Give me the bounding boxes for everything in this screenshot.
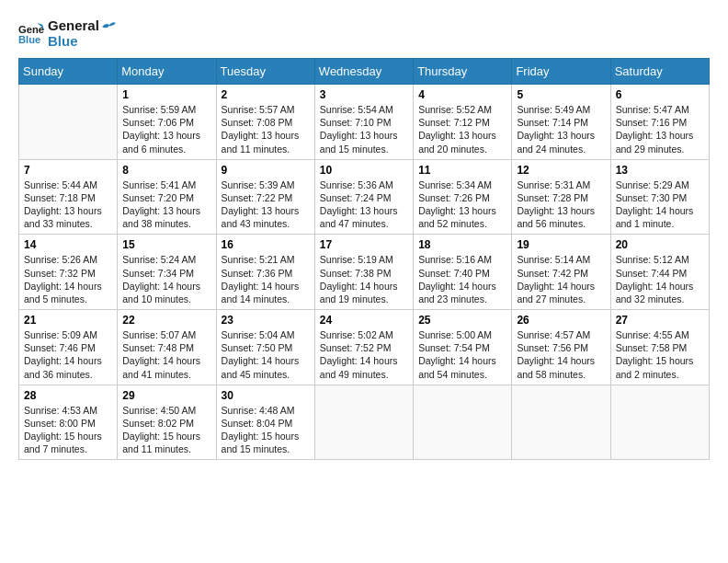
logo-icon: General Blue <box>18 21 44 47</box>
calendar-cell: 15Sunrise: 5:24 AM Sunset: 7:34 PM Dayli… <box>118 235 216 310</box>
day-info: Sunrise: 5:49 AM Sunset: 7:14 PM Dayligh… <box>517 103 605 155</box>
calendar-cell: 7Sunrise: 5:44 AM Sunset: 7:18 PM Daylig… <box>19 159 118 235</box>
day-info: Sunrise: 5:19 AM Sunset: 7:38 PM Dayligh… <box>320 253 408 305</box>
weekday-header-wednesday: Wednesday <box>314 59 413 85</box>
day-number: 25 <box>418 314 506 327</box>
calendar-cell: 9Sunrise: 5:39 AM Sunset: 7:22 PM Daylig… <box>216 159 314 235</box>
calendar-cell: 8Sunrise: 5:41 AM Sunset: 7:20 PM Daylig… <box>118 159 216 235</box>
calendar-cell <box>19 85 118 160</box>
day-number: 28 <box>24 389 112 402</box>
day-info: Sunrise: 4:48 AM Sunset: 8:04 PM Dayligh… <box>222 404 310 456</box>
day-info: Sunrise: 5:44 AM Sunset: 7:18 PM Dayligh… <box>24 178 112 231</box>
day-info: Sunrise: 5:31 AM Sunset: 7:28 PM Dayligh… <box>517 178 605 231</box>
day-number: 23 <box>222 314 310 327</box>
weekday-header-friday: Friday <box>512 59 610 85</box>
calendar-cell: 14Sunrise: 5:26 AM Sunset: 7:32 PM Dayli… <box>19 235 118 310</box>
page-header: General Blue General Blue <box>18 18 710 49</box>
day-number: 13 <box>616 164 704 177</box>
calendar-cell: 30Sunrise: 4:48 AM Sunset: 8:04 PM Dayli… <box>216 385 314 460</box>
day-number: 5 <box>517 88 605 101</box>
weekday-header-thursday: Thursday <box>414 59 512 85</box>
day-number: 21 <box>24 314 112 327</box>
weekday-header-sunday: Sunday <box>19 59 118 85</box>
calendar-cell: 25Sunrise: 5:00 AM Sunset: 7:54 PM Dayli… <box>414 310 512 385</box>
calendar-cell: 17Sunrise: 5:19 AM Sunset: 7:38 PM Dayli… <box>314 235 413 310</box>
calendar-cell: 12Sunrise: 5:31 AM Sunset: 7:28 PM Dayli… <box>512 159 610 235</box>
calendar-cell: 22Sunrise: 5:07 AM Sunset: 7:48 PM Dayli… <box>118 310 216 385</box>
day-number: 26 <box>517 314 605 327</box>
day-number: 10 <box>320 164 408 177</box>
calendar-cell: 2Sunrise: 5:57 AM Sunset: 7:08 PM Daylig… <box>216 85 314 160</box>
calendar-week-row: 28Sunrise: 4:53 AM Sunset: 8:00 PM Dayli… <box>19 385 710 460</box>
day-number: 29 <box>122 389 210 402</box>
day-number: 15 <box>122 238 210 251</box>
calendar-week-row: 14Sunrise: 5:26 AM Sunset: 7:32 PM Dayli… <box>19 235 710 310</box>
day-info: Sunrise: 4:55 AM Sunset: 7:58 PM Dayligh… <box>616 328 704 381</box>
calendar-cell: 23Sunrise: 5:04 AM Sunset: 7:50 PM Dayli… <box>216 310 314 385</box>
weekday-header-monday: Monday <box>118 59 216 85</box>
calendar-cell <box>610 385 709 460</box>
calendar-cell: 19Sunrise: 5:14 AM Sunset: 7:42 PM Dayli… <box>512 235 610 310</box>
day-info: Sunrise: 5:29 AM Sunset: 7:30 PM Dayligh… <box>616 178 704 231</box>
calendar-cell: 28Sunrise: 4:53 AM Sunset: 8:00 PM Dayli… <box>19 385 118 460</box>
day-number: 17 <box>320 238 408 251</box>
day-number: 14 <box>24 238 112 251</box>
day-info: Sunrise: 4:53 AM Sunset: 8:00 PM Dayligh… <box>24 404 112 456</box>
day-info: Sunrise: 5:34 AM Sunset: 7:26 PM Dayligh… <box>418 178 506 231</box>
day-info: Sunrise: 4:57 AM Sunset: 7:56 PM Dayligh… <box>517 328 605 381</box>
calendar-table: SundayMondayTuesdayWednesdayThursdayFrid… <box>18 58 710 460</box>
weekday-header-row: SundayMondayTuesdayWednesdayThursdayFrid… <box>19 59 710 85</box>
day-info: Sunrise: 5:16 AM Sunset: 7:40 PM Dayligh… <box>418 253 506 305</box>
calendar-cell: 26Sunrise: 4:57 AM Sunset: 7:56 PM Dayli… <box>512 310 610 385</box>
logo-line1: General <box>48 18 117 34</box>
day-info: Sunrise: 5:07 AM Sunset: 7:48 PM Dayligh… <box>122 328 210 381</box>
day-number: 4 <box>418 88 506 101</box>
calendar-cell <box>414 385 512 460</box>
day-info: Sunrise: 5:14 AM Sunset: 7:42 PM Dayligh… <box>517 253 605 305</box>
calendar-cell: 6Sunrise: 5:47 AM Sunset: 7:16 PM Daylig… <box>610 85 709 160</box>
calendar-cell: 29Sunrise: 4:50 AM Sunset: 8:02 PM Dayli… <box>118 385 216 460</box>
day-info: Sunrise: 4:50 AM Sunset: 8:02 PM Dayligh… <box>122 404 210 456</box>
day-number: 6 <box>616 88 704 101</box>
day-info: Sunrise: 5:57 AM Sunset: 7:08 PM Dayligh… <box>222 103 310 155</box>
calendar-cell: 11Sunrise: 5:34 AM Sunset: 7:26 PM Dayli… <box>414 159 512 235</box>
day-number: 30 <box>222 389 310 402</box>
day-info: Sunrise: 5:02 AM Sunset: 7:52 PM Dayligh… <box>320 328 408 381</box>
day-number: 20 <box>616 238 704 251</box>
calendar-cell: 13Sunrise: 5:29 AM Sunset: 7:30 PM Dayli… <box>610 159 709 235</box>
day-number: 9 <box>222 164 310 177</box>
day-info: Sunrise: 5:21 AM Sunset: 7:36 PM Dayligh… <box>222 253 310 305</box>
day-info: Sunrise: 5:00 AM Sunset: 7:54 PM Dayligh… <box>418 328 506 381</box>
day-number: 1 <box>122 88 210 101</box>
calendar-cell: 18Sunrise: 5:16 AM Sunset: 7:40 PM Dayli… <box>414 235 512 310</box>
logo-bird-icon <box>100 20 117 33</box>
calendar-cell: 24Sunrise: 5:02 AM Sunset: 7:52 PM Dayli… <box>314 310 413 385</box>
day-info: Sunrise: 5:54 AM Sunset: 7:10 PM Dayligh… <box>320 103 408 155</box>
day-number: 16 <box>222 238 310 251</box>
day-info: Sunrise: 5:12 AM Sunset: 7:44 PM Dayligh… <box>616 253 704 305</box>
calendar-cell: 3Sunrise: 5:54 AM Sunset: 7:10 PM Daylig… <box>314 85 413 160</box>
day-info: Sunrise: 5:09 AM Sunset: 7:46 PM Dayligh… <box>24 328 112 381</box>
day-number: 11 <box>418 164 506 177</box>
day-number: 8 <box>122 164 210 177</box>
day-info: Sunrise: 5:04 AM Sunset: 7:50 PM Dayligh… <box>222 328 310 381</box>
calendar-week-row: 1Sunrise: 5:59 AM Sunset: 7:06 PM Daylig… <box>19 85 710 160</box>
calendar-cell: 16Sunrise: 5:21 AM Sunset: 7:36 PM Dayli… <box>216 235 314 310</box>
calendar-cell: 5Sunrise: 5:49 AM Sunset: 7:14 PM Daylig… <box>512 85 610 160</box>
day-number: 2 <box>222 88 310 101</box>
day-number: 18 <box>418 238 506 251</box>
calendar-cell: 1Sunrise: 5:59 AM Sunset: 7:06 PM Daylig… <box>118 85 216 160</box>
day-info: Sunrise: 5:36 AM Sunset: 7:24 PM Dayligh… <box>320 178 408 231</box>
calendar-cell: 21Sunrise: 5:09 AM Sunset: 7:46 PM Dayli… <box>19 310 118 385</box>
calendar-cell <box>314 385 413 460</box>
day-info: Sunrise: 5:26 AM Sunset: 7:32 PM Dayligh… <box>24 253 112 305</box>
logo-line2: Blue <box>48 34 117 50</box>
day-number: 22 <box>122 314 210 327</box>
day-info: Sunrise: 5:59 AM Sunset: 7:06 PM Dayligh… <box>122 103 210 155</box>
day-info: Sunrise: 5:47 AM Sunset: 7:16 PM Dayligh… <box>616 103 704 155</box>
weekday-header-tuesday: Tuesday <box>216 59 314 85</box>
calendar-cell: 27Sunrise: 4:55 AM Sunset: 7:58 PM Dayli… <box>610 310 709 385</box>
calendar-week-row: 7Sunrise: 5:44 AM Sunset: 7:18 PM Daylig… <box>19 159 710 235</box>
day-info: Sunrise: 5:39 AM Sunset: 7:22 PM Dayligh… <box>222 178 310 231</box>
day-number: 19 <box>517 238 605 251</box>
